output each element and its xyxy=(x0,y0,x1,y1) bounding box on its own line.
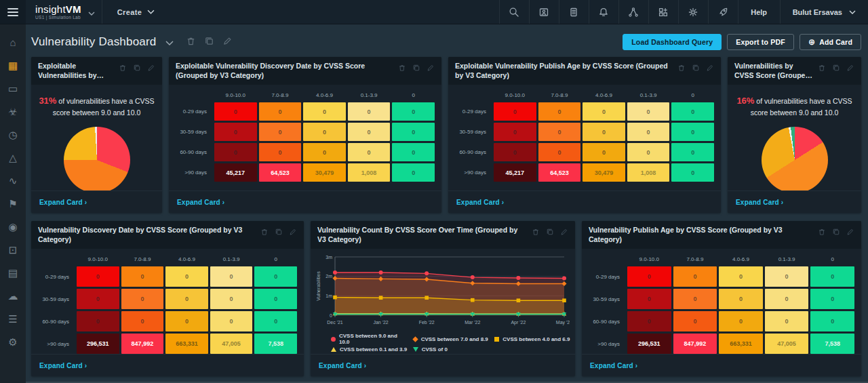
duplicate-icon[interactable] xyxy=(412,62,420,75)
legend-item[interactable]: CVSS between 7.0 and 8.9 xyxy=(413,333,491,345)
line-chart[interactable]: 01m2m3mDec '21Jan '22Feb '22Mar '22Apr '… xyxy=(315,250,570,330)
legend-item[interactable]: CVSS between 4.0 and 6.9 xyxy=(494,333,572,345)
heatmap-cell[interactable]: 0 xyxy=(165,289,208,309)
edit-icon[interactable] xyxy=(560,226,568,239)
sidebar-item-reports[interactable]: ⊡ xyxy=(0,239,26,261)
sidebar-item-risk[interactable]: △ xyxy=(0,146,26,169)
edit-icon[interactable] xyxy=(147,62,155,75)
heatmap-cell[interactable]: 0 xyxy=(259,102,302,121)
duplicate-icon[interactable] xyxy=(204,36,214,49)
delete-icon[interactable] xyxy=(119,62,127,75)
heatmap-cell[interactable]: 663,331 xyxy=(719,334,763,354)
heatmap-cell[interactable]: 0 xyxy=(165,311,208,331)
heatmap-cell[interactable]: 0 xyxy=(810,311,854,331)
heatmap-cell[interactable]: 0 xyxy=(671,163,714,182)
legend-item[interactable]: CVSS between 9.0 and 10.0 xyxy=(331,333,409,345)
sidebar-item-vulnerabilities[interactable]: ☣ xyxy=(0,100,26,123)
heatmap-cell[interactable]: 0 xyxy=(810,289,854,309)
sidebar-item-home[interactable]: ⌂ xyxy=(0,31,26,54)
heatmap-cell[interactable]: 7,538 xyxy=(810,334,854,354)
expand-card-link[interactable]: Expand Card › xyxy=(39,199,87,206)
heatmap-cell[interactable]: 0 xyxy=(254,289,297,309)
heatmap-cell[interactable]: 0 xyxy=(303,123,346,141)
sidebar-item-goals[interactable]: ⚑ xyxy=(0,193,26,215)
heatmap-cell[interactable]: 0 xyxy=(214,123,257,141)
edit-icon[interactable] xyxy=(706,62,714,75)
add-card-button[interactable]: ⊕ Add Card xyxy=(800,34,861,50)
heatmap-cell[interactable]: 0 xyxy=(210,266,253,287)
gear-button[interactable] xyxy=(678,0,708,24)
sidebar-item-settings[interactable]: ⚙ xyxy=(0,331,26,353)
sidebar-item-logs[interactable]: ☰ xyxy=(0,308,26,330)
heatmap-cell[interactable]: 0 xyxy=(259,123,302,141)
heatmap-cell[interactable]: 0 xyxy=(719,266,763,287)
heatmap-cell[interactable]: 47,005 xyxy=(765,334,809,354)
rocket-button[interactable] xyxy=(708,0,738,24)
heatmap-cell[interactable]: 0 xyxy=(392,163,435,182)
expand-card-link[interactable]: Expand Card › xyxy=(319,362,366,369)
heatmap-cell[interactable]: 30,479 xyxy=(303,163,346,182)
heatmap-cell[interactable]: 0 xyxy=(348,123,391,141)
edit-icon[interactable] xyxy=(427,62,435,75)
sidebar-item-compliance[interactable]: ◉ xyxy=(0,216,26,238)
heatmap-cell[interactable]: 0 xyxy=(627,266,671,287)
heatmap-cell[interactable]: 0 xyxy=(494,123,536,141)
heatmap-cell[interactable]: 663,331 xyxy=(165,334,208,354)
help-button[interactable]: Help xyxy=(738,0,780,24)
heatmap-cell[interactable]: 0 xyxy=(673,289,717,309)
legend-item[interactable]: CVSS of 0 xyxy=(413,346,491,352)
delete-icon[interactable] xyxy=(818,226,826,239)
heatmap-cell[interactable]: 64,523 xyxy=(538,163,581,182)
sidebar-item-cloud[interactable]: ☁ xyxy=(0,285,26,307)
edit-icon[interactable] xyxy=(846,62,854,75)
sidebar-item-assets[interactable]: ▭ xyxy=(0,77,26,100)
heatmap-cell[interactable]: 7,538 xyxy=(254,334,297,354)
heatmap-cell[interactable]: 0 xyxy=(259,143,302,161)
site-tree-button[interactable] xyxy=(618,0,648,24)
duplicate-icon[interactable] xyxy=(133,62,141,75)
heatmap-cell[interactable]: 0 xyxy=(765,266,809,287)
heatmap-cell[interactable]: 0 xyxy=(214,143,257,161)
heatmap-cell[interactable]: 0 xyxy=(77,289,119,309)
heatmap-cell[interactable]: 0 xyxy=(671,102,714,121)
expand-card-link[interactable]: Expand Card › xyxy=(590,362,637,369)
sidebar-item-scans[interactable]: ◷ xyxy=(0,123,26,146)
chevron-down-icon[interactable] xyxy=(88,6,95,18)
brand-logo[interactable]: insightVM US1 | Simulation Lab xyxy=(26,0,102,24)
grid-add-button[interactable] xyxy=(648,0,678,24)
edit-icon[interactable] xyxy=(222,36,233,49)
heatmap-cell[interactable]: 30,479 xyxy=(583,163,625,182)
user-menu[interactable]: Bulut Ersavas xyxy=(780,0,868,24)
search-button[interactable] xyxy=(499,0,529,24)
heatmap-cell[interactable]: 0 xyxy=(627,289,671,309)
heatmap-cell[interactable]: 0 xyxy=(583,143,625,161)
delete-icon[interactable] xyxy=(260,226,269,239)
create-menu-button[interactable]: Create xyxy=(102,0,170,24)
duplicate-icon[interactable] xyxy=(692,62,700,75)
load-dashboard-query-button[interactable]: Load Dashboard Query xyxy=(623,34,722,50)
heatmap-cell[interactable]: 0 xyxy=(254,266,297,287)
sidebar-item-dashboard[interactable]: ▦ xyxy=(0,54,26,77)
duplicate-icon[interactable] xyxy=(832,62,840,75)
heatmap-cell[interactable]: 847,992 xyxy=(121,334,164,354)
hamburger-menu-button[interactable] xyxy=(0,0,26,24)
edit-icon[interactable] xyxy=(846,226,854,239)
heatmap-cell[interactable]: 0 xyxy=(77,311,119,331)
duplicate-icon[interactable] xyxy=(832,226,840,239)
expand-card-link[interactable]: Expand Card › xyxy=(736,199,783,206)
heatmap-cell[interactable]: 0 xyxy=(254,311,297,331)
legend-item[interactable]: CVSS between 0.1 and 3.9 xyxy=(331,346,409,352)
heatmap-cell[interactable]: 0 xyxy=(765,289,809,309)
heatmap-cell[interactable]: 0 xyxy=(627,102,670,121)
delete-icon[interactable] xyxy=(677,62,686,75)
heatmap-cell[interactable]: 0 xyxy=(121,289,164,309)
heatmap-cell[interactable]: 0 xyxy=(719,289,763,309)
pie-chart[interactable] xyxy=(762,127,828,190)
heatmap-cell[interactable]: 0 xyxy=(494,143,536,161)
heatmap-cell[interactable]: 64,523 xyxy=(259,163,302,182)
sidebar-item-connections[interactable]: ∿ xyxy=(0,169,26,192)
heatmap-cell[interactable]: 0 xyxy=(671,123,714,141)
heatmap-cell[interactable]: 45,217 xyxy=(214,163,257,182)
heatmap-cell[interactable]: 0 xyxy=(210,311,253,331)
heatmap-cell[interactable]: 0 xyxy=(583,102,625,121)
